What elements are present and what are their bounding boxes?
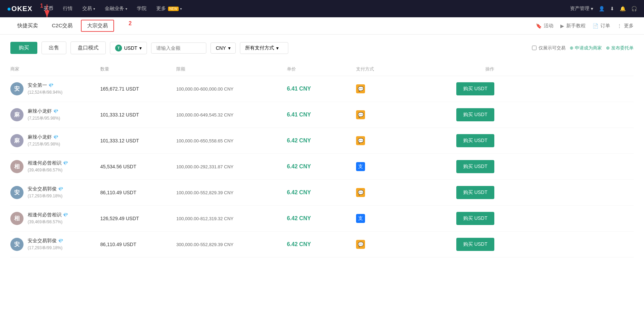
logo[interactable]: ●OKEX [7,5,32,13]
buy-button[interactable]: 购买 [10,42,37,54]
nav-right: 资产管理 ▾ 👤 ⬇ 🔔 🎧 [570,6,637,12]
merchant-stats: (17,293单/99.18%) [28,193,63,199]
post-order-link[interactable]: ⊕ 发布委托单 [606,45,634,51]
user-icon[interactable]: 👤 [599,6,605,11]
download-icon[interactable]: ⬇ [610,6,614,11]
wechat-pay-icon: 💬 [356,136,365,145]
merchant-info: 安 安全交易郭俊 💎 (17,293单/99.18%) [10,238,100,251]
buy-usdt-button[interactable]: 购买 USDT [456,134,494,147]
payment-cell: 支 [356,162,425,171]
chevron-down-icon: ▾ [125,7,127,11]
table-row: 相 相逢何必曾相识 💎 (39,469单/98.57%) 45,534.56 U… [10,154,634,180]
merchant-name: 安全交易郭俊 💎 [28,238,63,244]
nav-item-finance[interactable]: 金融业务 ▾ [101,3,131,14]
sub-nav-block-trade[interactable]: 大宗交易 2 [81,20,114,32]
table-row: 安 安全交易郭俊 💎 (17,293单/99.18%) 86,110.49 US… [10,180,634,206]
cny-selector[interactable]: CNY ▾ [211,43,236,54]
merchant-details: 麻辣小龙虾 💎 (7,215单/95.98%) [28,108,60,121]
top-navigation: ●OKEX 买币 行情 交易 ▾ 金融业务 ▾ 学院 更多 NEW ▾ 资产管理… [0,0,644,17]
usdt-icon: T [115,45,122,52]
col-price: 单价 [287,66,356,72]
limit-cell: 100,000.00-649,545.32 CNY [176,112,287,118]
sub-nav-activity[interactable]: 🔖 活动 [536,23,553,29]
file-icon: 📄 [592,23,598,29]
nav-item-more[interactable]: 更多 NEW ▾ [152,3,186,14]
sub-nav-more[interactable]: ⋮ 更多 [617,23,634,29]
sub-nav-tutorial[interactable]: ▶ 新手教程 [560,23,586,29]
amount-cell: 45,534.56 USDT [100,164,176,169]
amount-input[interactable] [151,43,206,54]
buy-usdt-button[interactable]: 购买 USDT [456,212,494,225]
orderbook-button[interactable]: 盘口模式 [71,41,106,54]
show-available-checkbox[interactable]: 仅展示可交易 [532,45,566,51]
merchant-name: 麻辣小龙虾 💎 [28,108,60,114]
merchant-info: 麻 麻辣小龙虾 💎 (7,215单/95.98%) [10,108,100,121]
diamond-icon: 💎 [58,238,63,243]
avatar: 麻 [10,108,24,121]
limit-cell: 100,000.00-812,319.32 CNY [176,216,287,221]
wechat-pay-icon: 💬 [356,84,365,93]
diamond-icon: 💎 [58,187,63,191]
main-nav: 买币 行情 交易 ▾ 金融业务 ▾ 学院 更多 NEW ▾ [39,3,570,14]
action-cell: 购买 USDT [425,134,494,147]
amount-cell: 86,110.49 USDT [100,242,176,247]
headset-icon[interactable]: 🎧 [631,6,637,11]
payment-cell: 💬 [356,188,425,197]
logo-text: ●OKEX [7,5,32,13]
become-merchant-link[interactable]: ⊕ 申请成为商家 [570,45,602,51]
table-body: 安 安全第一 💎 (12,524单/98.94%) 165,672.71 USD… [10,76,634,258]
nav-item-trade[interactable]: 交易 ▾ [78,3,99,14]
price-cell: 6.42 CNY [287,241,356,247]
avatar: 安 [10,186,24,199]
circle-check-icon: ⊕ [570,45,573,50]
merchant-details: 相逢何必曾相识 💎 (39,469单/98.57%) [28,212,68,225]
sub-nav-quick-buy[interactable]: 快捷买卖 [10,18,45,34]
payment-cell: 💬 [356,84,425,93]
asset-management-button[interactable]: 资产管理 ▾ [570,6,593,12]
currency-selector[interactable]: T USDT ▾ [110,42,147,54]
buy-usdt-button[interactable]: 购买 USDT [456,160,494,173]
price-cell: 6.42 CNY [287,163,356,170]
diamond-icon: 💎 [63,161,68,166]
chevron-down-icon: ▾ [276,45,279,51]
sub-nav-c2c[interactable]: C2C交易 [45,18,80,34]
payment-method-selector[interactable]: 所有支付方式 ▾ [240,42,288,54]
action-cell: 购买 USDT [425,186,494,199]
merchant-name: 相逢何必曾相识 💎 [28,212,68,218]
chevron-down-icon: ▾ [228,45,231,51]
new-badge: NEW [168,7,179,11]
bookmark-icon: 🔖 [536,23,542,29]
buy-usdt-button[interactable]: 购买 USDT [456,108,494,121]
main-content: 购买 出售 盘口模式 T USDT ▾ CNY ▾ 所有支付方式 ▾ 仅展示可交… [0,35,644,309]
sub-nav-orders[interactable]: 📄 订单 [592,23,610,29]
show-available-input[interactable] [532,46,536,50]
sell-button[interactable]: 出售 [41,41,66,54]
action-cell: 购买 USDT [425,160,494,173]
buy-usdt-button[interactable]: 购买 USDT [456,238,494,251]
merchant-info: 麻 麻辣小龙虾 💎 (7,215单/95.98%) [10,134,100,147]
limit-cell: 100,000.00-292,331.87 CNY [176,164,287,169]
annotation-number-2: 2 [129,20,132,27]
nav-item-buy[interactable]: 买币 [39,3,57,14]
nav-item-market[interactable]: 行情 [59,3,77,14]
col-amount: 数量 [100,66,176,72]
price-cell: 6.42 CNY [287,138,356,144]
limit-cell: 300,000.00-552,829.39 CNY [176,242,287,247]
table-row: 麻 麻辣小龙虾 💎 (7,215单/95.98%) 101,333.12 USD… [10,102,634,128]
avatar: 相 [10,160,24,173]
nav-item-academy[interactable]: 学院 [133,3,151,14]
amount-cell: 86,110.49 USDT [100,190,176,195]
payment-cell: 💬 [356,240,425,249]
sub-nav-left: 快捷买卖 C2C交易 大宗交易 2 [10,18,536,34]
buy-usdt-button[interactable]: 购买 USDT [456,82,494,95]
price-cell: 6.42 CNY [287,189,356,196]
action-cell: 购买 USDT [425,238,494,251]
merchant-details: 相逢何必曾相识 💎 (39,469单/98.57%) [28,160,68,173]
amount-cell: 165,672.71 USDT [100,86,176,92]
bell-icon[interactable]: 🔔 [620,6,626,11]
buy-usdt-button[interactable]: 购买 USDT [456,186,494,199]
more-dots-icon: ⋮ [617,23,622,29]
payment-cell: 支 [356,214,425,223]
merchant-name: 相逢何必曾相识 💎 [28,160,68,166]
table-row: 麻 麻辣小龙虾 💎 (7,215单/95.98%) 101,333.12 USD… [10,128,634,154]
